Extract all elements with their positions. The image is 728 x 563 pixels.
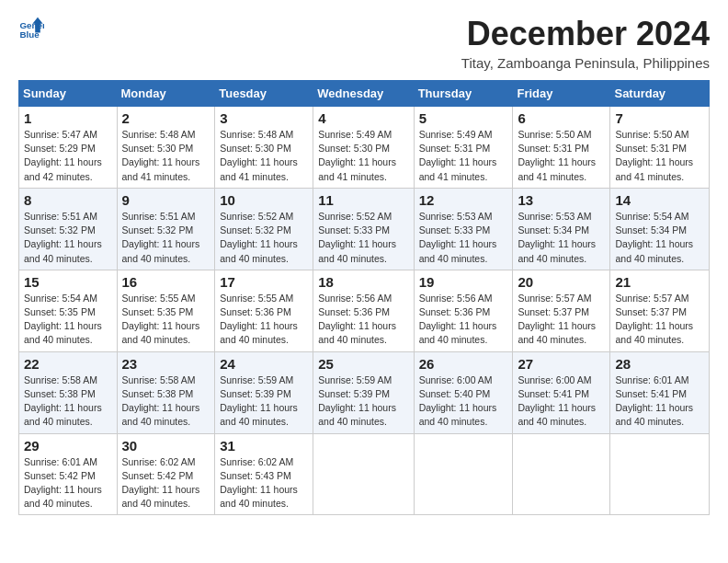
day-info: Sunrise: 6:02 AMSunset: 5:43 PMDaylight:…: [220, 455, 308, 511]
day-info: Sunrise: 5:54 AMSunset: 5:35 PMDaylight:…: [24, 292, 112, 348]
day-number: 9: [122, 192, 210, 208]
calendar-cell: 29Sunrise: 6:01 AMSunset: 5:42 PMDayligh…: [19, 433, 118, 515]
day-info: Sunrise: 5:49 AMSunset: 5:30 PMDaylight:…: [318, 128, 408, 184]
weekday-header-row: SundayMondayTuesdayWednesdayThursdayFrid…: [19, 81, 710, 107]
day-number: 28: [615, 356, 704, 372]
day-info: Sunrise: 5:56 AMSunset: 5:36 PMDaylight:…: [318, 292, 408, 348]
day-number: 25: [318, 356, 408, 372]
calendar-cell: [414, 433, 513, 515]
weekday-header-friday: Friday: [513, 81, 610, 107]
calendar-cell: 27Sunrise: 6:00 AMSunset: 5:41 PMDayligh…: [513, 351, 610, 433]
day-number: 7: [615, 110, 704, 126]
calendar-cell: 15Sunrise: 5:54 AMSunset: 5:35 PMDayligh…: [19, 270, 118, 351]
calendar-cell: 6Sunrise: 5:50 AMSunset: 5:31 PMDaylight…: [513, 107, 610, 189]
calendar-cell: 1Sunrise: 5:47 AMSunset: 5:29 PMDaylight…: [19, 107, 118, 189]
calendar-week-row: 1Sunrise: 5:47 AMSunset: 5:29 PMDaylight…: [19, 107, 710, 189]
day-info: Sunrise: 5:57 AMSunset: 5:37 PMDaylight:…: [615, 292, 704, 348]
day-number: 12: [419, 192, 508, 208]
calendar-week-row: 22Sunrise: 5:58 AMSunset: 5:38 PMDayligh…: [19, 351, 710, 433]
day-number: 18: [318, 274, 408, 290]
day-number: 27: [518, 356, 605, 372]
calendar-cell: 2Sunrise: 5:48 AMSunset: 5:30 PMDaylight…: [117, 107, 215, 189]
day-number: 13: [518, 192, 605, 208]
calendar-cell: [313, 433, 414, 515]
calendar-cell: 22Sunrise: 5:58 AMSunset: 5:38 PMDayligh…: [19, 351, 118, 433]
day-number: 23: [122, 356, 210, 372]
day-info: Sunrise: 5:50 AMSunset: 5:31 PMDaylight:…: [518, 128, 605, 184]
calendar-cell: 28Sunrise: 6:01 AMSunset: 5:41 PMDayligh…: [610, 351, 710, 433]
day-info: Sunrise: 5:49 AMSunset: 5:31 PMDaylight:…: [419, 128, 508, 184]
day-number: 30: [122, 438, 210, 454]
calendar-cell: 25Sunrise: 5:59 AMSunset: 5:39 PMDayligh…: [313, 351, 414, 433]
day-info: Sunrise: 5:52 AMSunset: 5:33 PMDaylight:…: [318, 210, 408, 266]
day-number: 24: [220, 356, 308, 372]
day-number: 15: [24, 274, 112, 290]
calendar-cell: 3Sunrise: 5:48 AMSunset: 5:30 PMDaylight…: [215, 107, 313, 189]
weekday-header-saturday: Saturday: [610, 81, 710, 107]
calendar-cell: 24Sunrise: 5:59 AMSunset: 5:39 PMDayligh…: [215, 351, 313, 433]
logo: General Blue: [18, 15, 48, 40]
weekday-header-tuesday: Tuesday: [215, 81, 313, 107]
calendar-cell: [513, 433, 610, 515]
day-info: Sunrise: 6:00 AMSunset: 5:41 PMDaylight:…: [518, 373, 605, 430]
day-number: 6: [518, 110, 605, 126]
calendar-cell: 5Sunrise: 5:49 AMSunset: 5:31 PMDaylight…: [414, 107, 513, 189]
title-section: December 2024 Titay, Zamboanga Peninsula…: [461, 15, 710, 71]
day-info: Sunrise: 5:54 AMSunset: 5:34 PMDaylight:…: [615, 210, 704, 266]
day-info: Sunrise: 5:58 AMSunset: 5:38 PMDaylight:…: [122, 373, 210, 430]
calendar-cell: 11Sunrise: 5:52 AMSunset: 5:33 PMDayligh…: [313, 188, 414, 270]
calendar-cell: 17Sunrise: 5:55 AMSunset: 5:36 PMDayligh…: [215, 270, 313, 351]
day-info: Sunrise: 5:51 AMSunset: 5:32 PMDaylight:…: [122, 210, 210, 266]
day-info: Sunrise: 5:52 AMSunset: 5:32 PMDaylight:…: [220, 210, 308, 266]
calendar-cell: 13Sunrise: 5:53 AMSunset: 5:34 PMDayligh…: [513, 188, 610, 270]
weekday-header-monday: Monday: [117, 81, 215, 107]
day-number: 5: [419, 110, 508, 126]
day-info: Sunrise: 6:01 AMSunset: 5:41 PMDaylight:…: [615, 373, 704, 430]
day-info: Sunrise: 5:59 AMSunset: 5:39 PMDaylight:…: [220, 373, 308, 430]
month-title: December 2024: [461, 15, 710, 53]
weekday-header-thursday: Thursday: [414, 81, 513, 107]
weekday-header-sunday: Sunday: [19, 81, 118, 107]
day-number: 3: [220, 110, 308, 126]
day-info: Sunrise: 6:00 AMSunset: 5:40 PMDaylight:…: [419, 373, 508, 430]
calendar-cell: 7Sunrise: 5:50 AMSunset: 5:31 PMDaylight…: [610, 107, 710, 189]
calendar-week-row: 15Sunrise: 5:54 AMSunset: 5:35 PMDayligh…: [19, 270, 710, 351]
page-wrapper: General Blue December 2024 Titay, Zamboa…: [18, 15, 710, 515]
day-info: Sunrise: 5:50 AMSunset: 5:31 PMDaylight:…: [615, 128, 704, 184]
calendar-table: SundayMondayTuesdayWednesdayThursdayFrid…: [18, 80, 710, 515]
day-number: 11: [318, 192, 408, 208]
calendar-cell: 10Sunrise: 5:52 AMSunset: 5:32 PMDayligh…: [215, 188, 313, 270]
day-info: Sunrise: 5:48 AMSunset: 5:30 PMDaylight:…: [220, 128, 308, 184]
day-number: 26: [419, 356, 508, 372]
day-info: Sunrise: 5:59 AMSunset: 5:39 PMDaylight:…: [318, 373, 408, 430]
logo-icon: General Blue: [18, 15, 44, 40]
day-number: 19: [419, 274, 508, 290]
calendar-week-row: 29Sunrise: 6:01 AMSunset: 5:42 PMDayligh…: [19, 433, 710, 515]
calendar-cell: 4Sunrise: 5:49 AMSunset: 5:30 PMDaylight…: [313, 107, 414, 189]
day-info: Sunrise: 5:55 AMSunset: 5:35 PMDaylight:…: [122, 292, 210, 348]
day-number: 21: [615, 274, 704, 290]
calendar-week-row: 8Sunrise: 5:51 AMSunset: 5:32 PMDaylight…: [19, 188, 710, 270]
day-info: Sunrise: 5:51 AMSunset: 5:32 PMDaylight:…: [24, 210, 112, 266]
calendar-cell: 21Sunrise: 5:57 AMSunset: 5:37 PMDayligh…: [610, 270, 710, 351]
day-number: 14: [615, 192, 704, 208]
day-number: 31: [220, 438, 308, 454]
calendar-cell: 20Sunrise: 5:57 AMSunset: 5:37 PMDayligh…: [513, 270, 610, 351]
calendar-cell: 18Sunrise: 5:56 AMSunset: 5:36 PMDayligh…: [313, 270, 414, 351]
calendar-cell: [610, 433, 710, 515]
calendar-cell: 26Sunrise: 6:00 AMSunset: 5:40 PMDayligh…: [414, 351, 513, 433]
day-number: 4: [318, 110, 408, 126]
day-number: 16: [122, 274, 210, 290]
location-title: Titay, Zamboanga Peninsula, Philippines: [461, 55, 710, 71]
day-number: 1: [24, 110, 112, 126]
day-info: Sunrise: 6:01 AMSunset: 5:42 PMDaylight:…: [24, 455, 112, 511]
calendar-cell: 19Sunrise: 5:56 AMSunset: 5:36 PMDayligh…: [414, 270, 513, 351]
day-number: 22: [24, 356, 112, 372]
day-number: 17: [220, 274, 308, 290]
day-info: Sunrise: 5:47 AMSunset: 5:29 PMDaylight:…: [24, 128, 112, 184]
day-info: Sunrise: 5:57 AMSunset: 5:37 PMDaylight:…: [518, 292, 605, 348]
day-info: Sunrise: 6:02 AMSunset: 5:42 PMDaylight:…: [122, 455, 210, 511]
calendar-cell: 8Sunrise: 5:51 AMSunset: 5:32 PMDaylight…: [19, 188, 118, 270]
day-info: Sunrise: 5:55 AMSunset: 5:36 PMDaylight:…: [220, 292, 308, 348]
day-number: 29: [24, 438, 112, 454]
